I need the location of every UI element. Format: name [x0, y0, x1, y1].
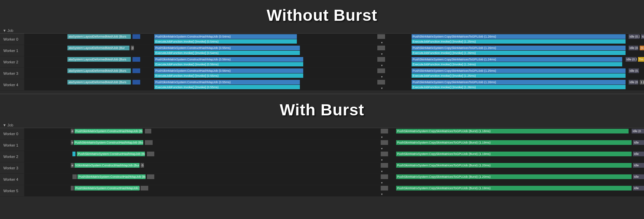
- timeline-track: PushSkinMatrixSystem:ConstructHashMapJob…: [24, 185, 644, 196]
- timeline-bar: [381, 129, 388, 133]
- timeline-bar: PushSkinMatrixSystem:CopySkinMatricesToG…: [412, 68, 626, 73]
- dropdown-arrow-icon: ▼: [381, 75, 383, 78]
- timeline-bar: [72, 152, 75, 156]
- workers-container-2: Worker 0e (0.04mPushSkinMatrixSystem:Con…: [0, 128, 644, 197]
- timeline-track: PushSkinMatrixSystem:ConstructHashMapJob…: [24, 174, 644, 185]
- worker-label: Worker 0: [0, 132, 24, 136]
- worker-row: Worker 4ataSystem:LayoutDeformedMeshJob …: [0, 79, 644, 91]
- worker-label: Worker 4: [0, 83, 24, 87]
- timeline-bar: PushSkinMatrixSystem:ConstructHashMapJob…: [77, 152, 145, 156]
- worker-label: Worker 2: [0, 60, 24, 64]
- timeline-track: ataSystem:LayoutDeformedMeshJob (BursPus…: [24, 56, 644, 67]
- timeline-bar: ExecuteJobFunction.Invoke() [Invoke] (1.…: [412, 39, 626, 44]
- timeline-bar: Idle: [633, 163, 644, 168]
- timeline-track: PushSkinMatrixSystem:ConstructHashMapJob…: [24, 151, 644, 162]
- workers-container-1: Worker 0ataSystem:LayoutDeformedMeshJob …: [0, 34, 644, 91]
- worker-label: Worker 3: [0, 166, 24, 170]
- timeline-bar: [141, 186, 148, 190]
- timeline-bar: [377, 57, 385, 62]
- timeline-bar: Idle (0.14ms): [626, 57, 637, 62]
- timeline-track: ataSystem:LayoutDeformedMeshJob (BursPus…: [24, 68, 644, 79]
- dropdown-arrow-icon: ▼: [381, 181, 383, 184]
- timeline-bar: ExecuteJobFunction.Invoke() [Invoke] (0.…: [154, 62, 303, 66]
- timeline-bar: PushSkinMatrixSystem:CopySkinMatricesToG…: [396, 174, 632, 179]
- job-header-label-1: ▼ Job: [3, 29, 13, 33]
- timeline-track: e (0.04mhSkinMatrixSystem:ConstructHashM…: [24, 162, 644, 173]
- timeline-bar: PushSkinMatrixSystem:CopySkinMatricesToG…: [396, 140, 632, 145]
- timeline-bar: [381, 186, 388, 190]
- timeline-bar: ataSystem:LayoutDeformedMeshJob (Bur: [67, 46, 129, 50]
- timeline-bar: Idle: [633, 152, 644, 156]
- worker-label: Worker 4: [0, 177, 24, 181]
- dropdown-arrow-icon: ▼: [381, 159, 383, 162]
- worker-label: Worker 2: [0, 155, 24, 159]
- timeline-bar: Idle: [633, 186, 644, 190]
- timeline-bar: [377, 46, 385, 50]
- dropdown-arrow-icon: ▼: [381, 87, 383, 90]
- timeline-bar: ExecuteJobFunction.Invoke() [Invoke] (0.…: [154, 73, 303, 78]
- timeline-bar: [377, 34, 385, 39]
- job-header-label-2: ▼ Job: [3, 123, 13, 127]
- timeline-bar: ExecuteJobFunction.Invoke() [Invoke] (1.…: [412, 51, 626, 55]
- timeline-bar: Idle (0.13ms): [629, 68, 639, 73]
- worker-row: Worker 2ataSystem:LayoutDeformedMeshJob …: [0, 56, 644, 68]
- timeline-bar: ataSystem:LayoutDeformedMeshJob (Burs: [67, 34, 130, 39]
- dropdown-arrow-icon: ▼: [381, 170, 383, 173]
- timeline-bar: ExecuteJobFunction.Invoke() [Invoke] (0.…: [154, 39, 297, 44]
- section-without-burst: Without Burst ▼ Job Worker 0ataSystem:La…: [0, 0, 644, 93]
- timeline-bar: 0.1: [141, 163, 144, 168]
- timeline-bar: Idle (0.14ms): [629, 34, 640, 39]
- dropdown-arrow-icon: ▼: [381, 41, 383, 44]
- timeline-bar: ExecuteJobFunction.Invoke() [Invoke] (0.…: [154, 51, 300, 55]
- timeline-bar: [381, 140, 388, 145]
- timeline-bar: PushSkinMatrixSystem:CopySkinMatricesToG…: [396, 163, 632, 168]
- timeline-bar: Idle (0.12ms): [629, 46, 639, 50]
- worker-row: Worker 3e (0.04mhSkinMatrixSystem:Constr…: [0, 162, 644, 174]
- worker-row: Worker 0e (0.04mPushSkinMatrixSystem:Con…: [0, 128, 644, 140]
- timeline-bar: Idle: [641, 34, 644, 39]
- timeline-bar: PushSkinMatrixSystem:ConstructHashMapJob…: [154, 46, 300, 50]
- timeline-bar: [71, 186, 74, 190]
- timeline-bar: PushSkinMatrixSystem:ConstructHashMapJob…: [154, 68, 303, 73]
- worker-label: Worker 5: [0, 189, 24, 193]
- timeline-bar: 1 (0.25: [640, 80, 644, 85]
- timeline-bar: PushSkinMatrixSystem:ConstructHashMapJob…: [74, 129, 143, 133]
- timeline-bar: [147, 152, 154, 156]
- title-with-burst: With Burst: [0, 95, 644, 122]
- timeline-track: e (0.03PushSkinMatrixSystem:ConstructHas…: [24, 140, 644, 151]
- profiler-header-1: ▼ Job: [0, 28, 644, 34]
- timeline-bar: PushSkinMatrixSystem:ConstructHashMapJob…: [154, 80, 300, 85]
- timeline-bar: e (0.03: [71, 140, 73, 145]
- timeline-bar: PushSkinMatrixSystem:ConstructHashMapJob…: [77, 174, 146, 179]
- timeline-bar: [377, 80, 385, 85]
- timeline-bar: [132, 34, 140, 39]
- timeline-bar: ExecuteJobFunction.Invoke() [Invoke] (1.…: [412, 62, 622, 66]
- worker-label: Worker 1: [0, 143, 24, 147]
- section-with-burst: With Burst ▼ Job Worker 0e (0.04mPushSki…: [0, 95, 644, 199]
- timeline-bar: [381, 163, 388, 168]
- worker-row: Worker 3ataSystem:LayoutDeformedMeshJob …: [0, 68, 644, 79]
- timeline-track: ataSystem:LayoutDeformedMeshJob (Bur(0.0…: [24, 45, 644, 56]
- dropdown-arrow-icon: ▼: [381, 53, 383, 56]
- timeline-bar: ataSystem:LayoutDeformedMeshJob (Burs: [67, 57, 130, 62]
- worker-label: Worker 1: [0, 49, 24, 53]
- dropdown-arrow-icon: ▼: [381, 147, 383, 150]
- timeline-bar: Idle (0: [632, 129, 644, 133]
- timeline-bar: ExecuteJobFunction.Invoke() [Invoke] (0.…: [154, 85, 300, 89]
- profiler-header-2: ▼ Job: [0, 122, 644, 128]
- timeline-bar: ataSystem:LayoutDeformedMeshJob (Burs: [67, 68, 130, 73]
- timeline-bar: e (0.04m: [71, 163, 74, 168]
- dropdown-arrow-icon: ▼: [381, 193, 383, 196]
- timeline-bar: PushSkinMatrixSystem:ConstructHashMapJob…: [74, 140, 143, 145]
- timeline-bar: [72, 174, 77, 179]
- page-container: Without Burst ▼ Job Worker 0ataSystem:La…: [0, 0, 644, 199]
- timeline-bar: [132, 57, 140, 62]
- timeline-bar: (0.05: [640, 46, 644, 50]
- timeline-bar: PushSkinMatrixSystem:CopySkinMatricesToG…: [412, 34, 626, 39]
- timeline-bar: [145, 129, 151, 133]
- timeline-bar: PushSkinMatrixSystem:ConstructHashMapJob…: [154, 34, 297, 39]
- worker-row: Worker 2PushSkinMatrixSystem:ConstructHa…: [0, 151, 644, 162]
- timeline-track: e (0.04mPushSkinMatrixSystem:ConstructHa…: [24, 128, 644, 139]
- timeline-bar: ataSystem:LayoutDeformedMeshJob (Burs: [67, 80, 130, 85]
- timeline-bar: hSkinMatrixSystem:ConstructHashMapJob (B…: [74, 163, 140, 168]
